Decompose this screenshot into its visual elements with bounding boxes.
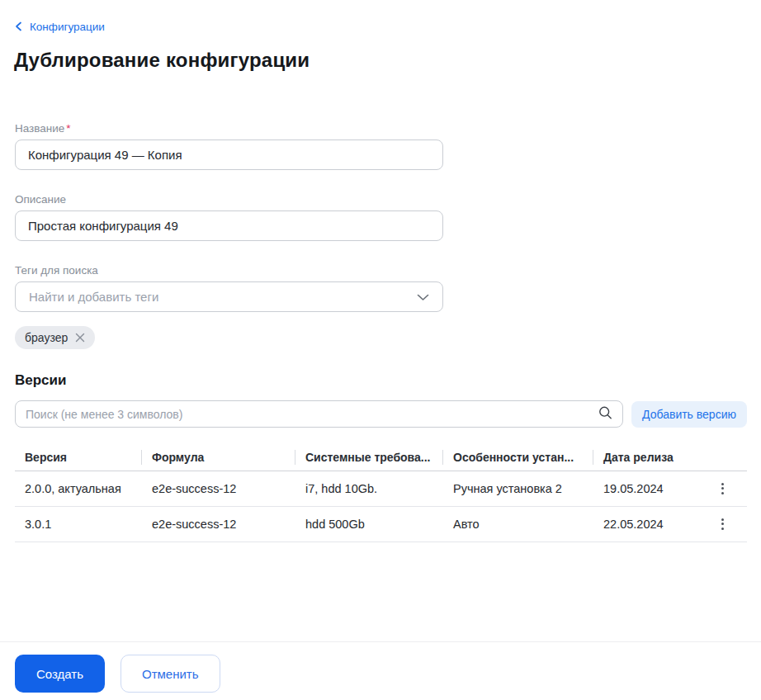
cell-install-features: Ручная установка 2 xyxy=(443,471,593,506)
versions-search-input[interactable] xyxy=(15,400,623,428)
cell-actions xyxy=(697,506,747,542)
tags-select[interactable]: Найти и добавить теги xyxy=(15,281,443,312)
description-input[interactable] xyxy=(15,210,443,241)
page-title: Дублирование конфигурации xyxy=(14,49,747,72)
chevron-down-icon xyxy=(417,290,429,305)
cell-system-requirements: hdd 500Gb xyxy=(295,506,443,542)
tag-chips-row: браузер xyxy=(15,326,747,349)
column-header-release-date: Дата релиза xyxy=(593,445,697,471)
magnifier-icon xyxy=(598,405,612,423)
duplicate-configuration-page: Конфигурации Дублирование конфигурации Н… xyxy=(0,0,761,542)
tags-label: Теги для поиска xyxy=(15,264,747,277)
back-link[interactable]: Конфигурации xyxy=(15,21,105,33)
kebab-icon xyxy=(721,518,724,521)
cell-version: 2.0.0, актуальная xyxy=(15,471,142,506)
back-link-label: Конфигурации xyxy=(30,21,105,33)
add-version-button[interactable]: Добавить версию xyxy=(631,401,747,428)
kebab-icon xyxy=(721,483,724,485)
tag-chip-label: браузер xyxy=(25,331,68,344)
tag-chip: браузер xyxy=(15,326,95,349)
search-field-wrap xyxy=(15,400,623,428)
cell-release-date: 22.05.2024 xyxy=(593,506,697,542)
x-close-icon[interactable] xyxy=(75,333,85,343)
cancel-button[interactable]: Отменить xyxy=(121,655,220,693)
create-button[interactable]: Создать xyxy=(15,655,105,693)
versions-table: Версия Формула Системные требова... Особ… xyxy=(15,445,747,542)
footer-action-bar: Создать Отменить xyxy=(0,641,761,700)
tags-select-placeholder: Найти и добавить теги xyxy=(29,290,158,304)
cell-install-features: Авто xyxy=(443,506,593,542)
column-header-system-requirements: Системные требова... xyxy=(295,445,443,471)
cell-actions xyxy=(697,471,747,506)
versions-heading: Версии xyxy=(15,372,747,389)
table-row[interactable]: 2.0.0, актуальная e2e-success-12 i7, hdd… xyxy=(15,471,747,506)
description-label: Описание xyxy=(15,193,747,206)
chevron-left-icon xyxy=(15,21,22,31)
row-menu-button[interactable] xyxy=(712,514,732,534)
table-header-row: Версия Формула Системные требова... Особ… xyxy=(15,445,747,471)
cell-formula: e2e-success-12 xyxy=(142,471,295,506)
column-header-install-features: Особенности устан... xyxy=(443,445,593,471)
cell-system-requirements: i7, hdd 10Gb. xyxy=(295,471,443,506)
cell-formula: e2e-success-12 xyxy=(142,506,295,542)
column-header-formula: Формула xyxy=(142,445,295,471)
versions-toolbar: Добавить версию xyxy=(15,400,747,428)
cell-version: 3.0.1 xyxy=(15,506,142,542)
name-input[interactable] xyxy=(15,140,443,170)
column-header-version: Версия xyxy=(15,445,142,471)
table-row[interactable]: 3.0.1 e2e-success-12 hdd 500Gb Авто 22.0… xyxy=(15,506,747,542)
row-menu-button[interactable] xyxy=(712,479,732,499)
required-asterisk: * xyxy=(66,122,70,135)
cell-release-date: 19.05.2024 xyxy=(593,471,697,506)
name-label: Название* xyxy=(15,122,747,135)
column-header-actions xyxy=(697,445,747,471)
